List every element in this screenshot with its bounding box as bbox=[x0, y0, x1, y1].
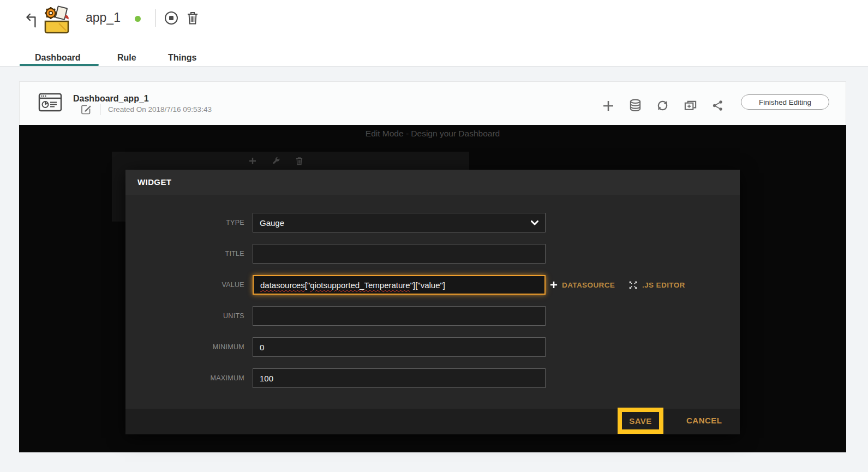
cancel-button[interactable]: CANCEL bbox=[686, 416, 722, 425]
type-select-value: Gauge bbox=[260, 218, 284, 228]
title-input[interactable] bbox=[253, 244, 546, 264]
dashboard-panel-header: Dashboard_app_1 Created On 2018/7/16 09:… bbox=[19, 81, 846, 125]
tab-rule[interactable]: Rule bbox=[117, 53, 136, 63]
add-icon[interactable] bbox=[602, 100, 614, 112]
dashboard-icon bbox=[38, 93, 62, 112]
divider bbox=[155, 9, 156, 27]
dashboard-panel: Dashboard_app_1 Created On 2018/7/16 09:… bbox=[19, 81, 846, 452]
maximum-label: MAXIMUM bbox=[125, 368, 244, 388]
widget-dialog: WIDGET TYPE Gauge TITLE VAL bbox=[125, 170, 740, 434]
app-window: app_1 Dashboard Rule Things bbox=[0, 0, 868, 472]
dashboard-toolbar bbox=[602, 99, 723, 112]
value-label: VALUE bbox=[125, 275, 244, 295]
dashboard-edit-canvas: Edit Mode - Design your Dashboard bbox=[19, 125, 846, 452]
stop-button[interactable] bbox=[164, 11, 178, 25]
active-tab-underline bbox=[20, 64, 99, 66]
save-button[interactable]: SAVE bbox=[629, 416, 652, 426]
delete-app-button[interactable] bbox=[186, 11, 199, 25]
minimum-input[interactable] bbox=[253, 337, 546, 357]
created-on-text: Created On 2018/7/16 09:53:43 bbox=[108, 105, 212, 113]
divider bbox=[100, 104, 100, 115]
wrench-icon[interactable] bbox=[272, 157, 280, 165]
save-highlight-annotation: SAVE bbox=[618, 408, 663, 434]
add-widget-icon[interactable] bbox=[248, 157, 257, 165]
tab-things[interactable]: Things bbox=[168, 53, 196, 63]
refresh-icon[interactable] bbox=[656, 99, 669, 112]
units-label: UNITS bbox=[125, 306, 244, 326]
datasource-button-label: DATASOURCE bbox=[562, 281, 615, 289]
pane-toolbar bbox=[248, 157, 303, 165]
js-editor-button-label: .JS EDITOR bbox=[642, 281, 685, 289]
datasource-button[interactable]: DATASOURCE bbox=[550, 275, 615, 295]
minimum-label: MINIMUM bbox=[125, 337, 244, 357]
trash-icon[interactable] bbox=[295, 157, 303, 165]
units-input[interactable] bbox=[253, 306, 546, 326]
maximum-input[interactable] bbox=[253, 368, 546, 388]
title-label: TITLE bbox=[125, 244, 244, 264]
edit-title-icon[interactable] bbox=[81, 104, 92, 115]
js-editor-button[interactable]: .JS EDITOR bbox=[628, 275, 685, 295]
share-icon[interactable] bbox=[712, 99, 723, 112]
app-logo-icon bbox=[41, 5, 72, 36]
back-arrow-icon[interactable] bbox=[21, 12, 39, 32]
tab-dashboard[interactable]: Dashboard bbox=[35, 53, 81, 63]
type-label: TYPE bbox=[125, 213, 244, 232]
value-input[interactable]: datasources["qiotsupported_Temperature"]… bbox=[253, 275, 546, 295]
expand-arrows-icon bbox=[628, 280, 638, 290]
add-pane-icon[interactable] bbox=[684, 100, 697, 112]
value-input-text: datasources["qiotsupported_Temperature"]… bbox=[260, 280, 445, 290]
type-select[interactable]: Gauge bbox=[253, 213, 546, 232]
chevron-down-icon bbox=[531, 220, 538, 225]
datasource-db-icon[interactable] bbox=[629, 99, 642, 112]
app-header: app_1 Dashboard Rule Things bbox=[0, 0, 868, 67]
edit-mode-banner: Edit Mode - Design your Dashboard bbox=[19, 129, 846, 139]
finished-editing-button[interactable]: Finished Editing bbox=[741, 94, 829, 110]
plus-icon bbox=[550, 281, 558, 289]
app-title: app_1 bbox=[86, 10, 121, 25]
status-dot bbox=[135, 16, 141, 22]
dashboard-title: Dashboard_app_1 bbox=[73, 94, 149, 104]
widget-dialog-header: WIDGET bbox=[125, 170, 740, 195]
widget-dialog-title: WIDGET bbox=[137, 177, 171, 187]
